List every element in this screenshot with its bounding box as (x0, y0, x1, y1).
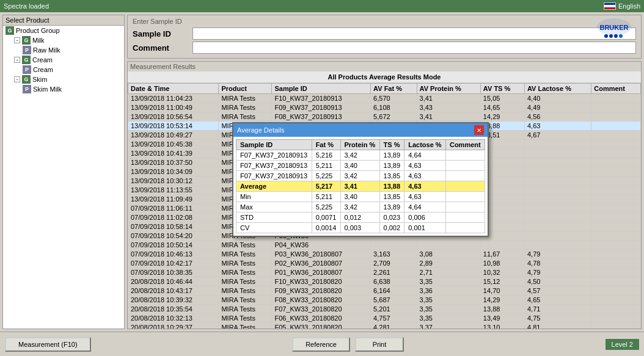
tree-item-skim[interactable]: - G Skim (12, 74, 124, 84)
popup-stat-row: STD0,00710,0120,0230,006 (236, 213, 485, 223)
results-title: Measurement Results (128, 62, 641, 71)
table-row[interactable]: 20/08/2018 10:46:44MIRA TestsF10_KW33_20… (128, 277, 641, 286)
skim-milk-icon: P (23, 85, 31, 93)
table-row[interactable]: 13/09/2018 11:04:23MIRA TestsF10_KW37_20… (128, 94, 641, 103)
table-cell: 13/09/2018 10:30:12 (128, 176, 219, 186)
table-cell: MIRA Tests (219, 305, 272, 314)
sample-id-input[interactable] (192, 27, 636, 40)
popup-cell: 3,42 (340, 150, 379, 161)
popup-stat-cell: Min (236, 192, 312, 202)
table-cell: 4,40 (524, 94, 591, 103)
table-row[interactable]: 20/08/2018 10:29:37MIRA TestsF05_KW33_20… (128, 323, 641, 329)
tree-item-cream[interactable]: - G Cream (12, 55, 124, 65)
table-cell: 5,687 (371, 296, 417, 305)
popup-cell: 4,63 (404, 161, 446, 171)
toolbar-left: Measurement (F10) (5, 337, 91, 352)
table-cell: 4,281 (371, 323, 417, 329)
popup-stat-cell: STD (236, 213, 312, 223)
table-row[interactable]: 07/09/2018 10:38:35MIRA TestsP01_KW36_20… (128, 268, 641, 277)
table-cell: 4,75 (524, 314, 591, 323)
table-cell (524, 195, 591, 204)
table-cell: 4,50 (524, 277, 591, 286)
toolbar-right: Level 2 (606, 341, 639, 348)
table-row[interactable]: 20/08/2018 10:43:17MIRA TestsF09_KW33_20… (128, 286, 641, 296)
popup-cell (445, 161, 485, 171)
table-cell: 13,49 (480, 314, 524, 323)
milk-expand[interactable]: - (14, 37, 20, 43)
popup-cell: F07_KW37_20180913 (236, 171, 312, 181)
table-cell: MIRA Tests (219, 103, 272, 112)
tree-item-product-group[interactable]: G Product Group (3, 26, 124, 35)
print-button[interactable]: Print (355, 337, 404, 352)
col-datetime: Date & Time (128, 84, 219, 94)
tree-item-milk[interactable]: - G Milk (12, 35, 124, 45)
table-cell: F06_KW33_20180820 (272, 314, 371, 323)
left-panel-header: Select Product (3, 15, 124, 26)
table-cell (591, 186, 641, 195)
table-cell: 13/09/2018 10:45:38 (128, 140, 219, 149)
measurement-button[interactable]: Measurement (F10) (5, 337, 91, 352)
table-cell: 13/09/2018 10:53:14 (128, 122, 219, 131)
table-cell: MIRA Tests (219, 112, 272, 122)
table-cell: 13/09/2018 11:13:55 (128, 186, 219, 195)
tree-item-cream-p[interactable]: P Cream (20, 65, 124, 74)
popup-avg-cell (445, 181, 485, 192)
table-cell (524, 213, 591, 222)
table-cell: 10,32 (480, 268, 524, 277)
table-cell: F10_KW33_20180820 (272, 277, 371, 286)
left-panel: Select Product G Product Group - G Milk … (2, 15, 125, 329)
table-cell: 07/09/2018 10:50:14 (128, 241, 219, 250)
skim-icon: G (22, 75, 31, 84)
table-cell: 6,108 (371, 103, 417, 112)
table-cell (524, 149, 591, 158)
table-cell: 15,05 (480, 94, 524, 103)
table-cell: 3,43 (417, 103, 480, 112)
table-cell (591, 122, 641, 131)
popup-cell: F07_KW37_20180913 (236, 150, 312, 161)
svg-point-4 (614, 34, 618, 38)
table-row[interactable]: 07/09/2018 10:42:17MIRA TestsP02_KW36_20… (128, 259, 641, 268)
table-cell: 13/09/2018 10:56:54 (128, 112, 219, 122)
popup-data-row: F07_KW37_201809135,2113,4013,894,63 (236, 161, 485, 171)
table-row[interactable]: 13/09/2018 11:00:49MIRA TestsF09_KW37_20… (128, 103, 641, 112)
table-row[interactable]: 20/08/2018 10:39:32MIRA TestsF08_KW33_20… (128, 296, 641, 305)
table-cell (591, 323, 641, 329)
popup-close-button[interactable]: ✕ (474, 125, 484, 135)
popup-avg-cell: 5,217 (312, 181, 340, 192)
tree-item-skim-milk[interactable]: P Skim Milk (20, 84, 124, 94)
table-row[interactable]: 07/09/2018 10:50:14MIRA TestsP04_KW36 (128, 241, 641, 250)
table-cell (591, 296, 641, 305)
skim-label: Skim (32, 76, 47, 83)
table-cell: 6,164 (371, 286, 417, 296)
table-cell (524, 231, 591, 241)
table-cell: 4,67 (524, 131, 591, 140)
flag-icon (604, 2, 616, 10)
table-cell: 20/08/2018 10:35:54 (128, 305, 219, 314)
table-cell: F08_KW33_20180820 (272, 296, 371, 305)
table-row[interactable]: 20/08/2018 10:35:54MIRA TestsF07_KW33_20… (128, 305, 641, 314)
table-cell (591, 176, 641, 186)
table-cell: 3,35 (417, 314, 480, 323)
tree-item-raw-milk[interactable]: P Raw Milk (20, 45, 124, 55)
table-cell (591, 277, 641, 286)
table-row[interactable]: 20/08/2018 10:32:13MIRA TestsF06_KW33_20… (128, 314, 641, 323)
popup-stat-cell: 0,012 (340, 213, 379, 223)
table-row[interactable]: 07/09/2018 10:46:13MIRA TestsP03_KW36_20… (128, 250, 641, 259)
table-row[interactable]: 13/09/2018 10:56:54MIRA TestsF08_KW37_20… (128, 112, 641, 122)
skim-expand[interactable]: - (14, 76, 20, 82)
popup-cell: 13,85 (379, 171, 404, 181)
bottom-toolbar: Measurement (F10) Reference Print Level … (0, 332, 644, 356)
table-cell (591, 149, 641, 158)
comment-input[interactable] (192, 42, 636, 54)
table-cell: 3,35 (417, 277, 480, 286)
toolbar-center: Reference Print (292, 337, 404, 352)
table-cell: 07/09/2018 10:54:20 (128, 231, 219, 241)
popup-stat-cell (445, 192, 485, 202)
language-selector[interactable]: English (604, 2, 640, 10)
reference-button[interactable]: Reference (292, 337, 350, 352)
table-cell: MIRA Tests (219, 323, 272, 329)
table-cell: 3,37 (417, 323, 480, 329)
popup-header-row: Sample ID Fat % Protein % TS % Lactose %… (236, 140, 485, 150)
cream-expand[interactable]: - (14, 57, 20, 63)
table-cell: 2,89 (417, 259, 480, 268)
